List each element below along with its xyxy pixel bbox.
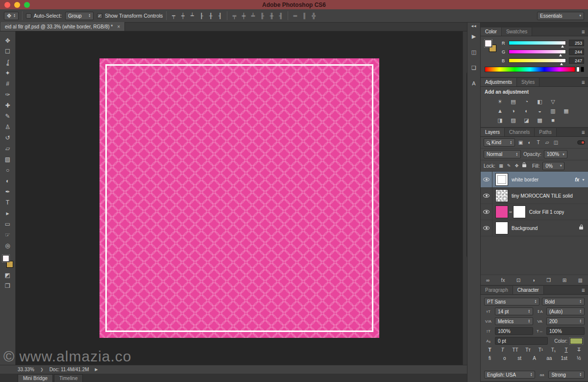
healing-brush-tool-icon[interactable]: ✚ (1, 100, 14, 111)
white-swatch[interactable] (576, 67, 580, 72)
posterize-icon[interactable]: ▨ (509, 116, 518, 124)
brush-tool-icon[interactable]: ✎ (1, 111, 14, 122)
color-balance-icon[interactable]: ◑ (509, 107, 518, 115)
zoom-tool-icon[interactable]: ◎ (1, 240, 14, 251)
workspace-switcher[interactable]: Essentials ▾ (537, 12, 584, 20)
tab-adjustments[interactable]: Adjustments (481, 78, 517, 86)
layer-fx-badge[interactable]: fx (575, 177, 579, 182)
foreground-color-swatch[interactable] (2, 255, 9, 262)
layer-visibility-toggle[interactable] (481, 220, 492, 236)
brightness-contrast-icon[interactable]: ☀ (495, 98, 505, 105)
channel-value[interactable]: 253 (569, 40, 584, 46)
foreground-color-swatch-small[interactable] (485, 40, 492, 47)
tab-paragraph[interactable]: Paragraph (481, 286, 513, 294)
show-transform-checkbox[interactable]: ✓ Show Transform Controls (97, 13, 163, 19)
minimize-window-button[interactable] (14, 2, 20, 8)
mask-link-icon[interactable]: ∞ (509, 210, 512, 214)
layer-visibility-toggle[interactable] (481, 204, 492, 220)
move-tool-icon[interactable]: ✥ (1, 35, 14, 46)
fill-dropdown[interactable]: 0% ▾ (542, 162, 564, 170)
filter-pixel-layers-icon[interactable]: ▣ (517, 139, 524, 146)
lock-pixels-icon[interactable]: ✎ (506, 163, 512, 168)
status-disclosure-icon[interactable]: ❯ (40, 367, 44, 372)
subscript-icon[interactable]: T₁ (549, 347, 558, 353)
black-swatch[interactable] (581, 67, 584, 72)
threshold-icon[interactable]: ◪ (522, 116, 531, 124)
panel-menu-icon[interactable]: ≣ (578, 286, 588, 294)
opacity-dropdown[interactable]: 100% ▾ (544, 150, 567, 158)
rectangle-tool-icon[interactable]: ▭ (1, 219, 14, 229)
color-panel-swatches[interactable] (485, 40, 497, 54)
underline-icon[interactable]: T (562, 347, 570, 353)
panel-menu-icon[interactable]: ≣ (578, 27, 588, 36)
layer-visibility-toggle[interactable] (481, 172, 492, 187)
document-canvas[interactable] (99, 58, 379, 338)
filter-type-layers-icon[interactable]: T (535, 139, 542, 146)
pen-tool-icon[interactable]: ✒ (1, 186, 14, 197)
history-brush-tool-icon[interactable]: ↺ (1, 132, 14, 143)
black-white-icon[interactable]: ◐ (522, 107, 531, 115)
new-layer-icon[interactable]: ⊞ (563, 278, 566, 283)
path-selection-tool-icon[interactable]: ▸ (1, 208, 14, 219)
distribute-top-edges-icon[interactable]: ╤ (231, 13, 238, 19)
font-size-dropdown[interactable]: 14 pt ▲▼ (495, 307, 533, 315)
quick-mask-icon[interactable]: ◩ (1, 270, 14, 280)
curves-icon[interactable]: ◔ (522, 98, 531, 105)
color-spectrum-ramp[interactable] (485, 67, 575, 72)
tracking-dropdown[interactable]: 200 ▲▼ (546, 317, 585, 325)
distribute-horizontal-spacing-icon[interactable]: ╬ (310, 13, 317, 19)
align-bottom-edges-icon[interactable]: ┷ (189, 13, 196, 19)
gradient-map-icon[interactable]: ■ (548, 116, 558, 124)
zoom-level[interactable]: 33.33% (18, 367, 34, 372)
layer-thumbnail[interactable] (495, 189, 508, 202)
layer-row-background[interactable]: Background (481, 220, 588, 236)
clone-source-panel-icon[interactable]: ❏ (469, 64, 479, 72)
lock-all-icon[interactable] (522, 164, 526, 167)
tool-preset-picker[interactable]: ✥ ▲▼ (4, 12, 19, 20)
blur-tool-icon[interactable]: ○ (1, 165, 14, 176)
layer-name[interactable]: Background (512, 226, 538, 231)
auto-select-checkbox[interactable]: Auto-Select: (26, 13, 62, 19)
titling-alternates-icon[interactable]: A (530, 356, 539, 361)
kerning-dropdown[interactable]: Metrics ▲▼ (495, 317, 533, 325)
channel-slider[interactable] (509, 41, 566, 45)
layer-visibility-toggle[interactable] (481, 188, 492, 204)
channel-value[interactable]: 247 (569, 57, 584, 64)
layer-style-icon[interactable]: fx (501, 278, 505, 283)
swash-icon[interactable]: st (515, 356, 524, 361)
font-family-dropdown[interactable]: PT Sans ▲▼ (484, 298, 539, 306)
channel-value[interactable]: 244 (569, 49, 584, 55)
clone-stamp-tool-icon[interactable]: ♙ (1, 122, 14, 132)
new-group-icon[interactable]: ❒ (546, 278, 551, 283)
ordinals-icon[interactable]: o (500, 356, 509, 361)
language-dropdown[interactable]: English: USA ▲▼ (484, 371, 535, 379)
slider-handle-icon[interactable] (560, 63, 563, 65)
align-vertical-centers-icon[interactable]: ┿ (179, 13, 186, 19)
selective-color-icon[interactable]: ▩ (535, 116, 544, 124)
lasso-tool-icon[interactable]: ʆ (1, 57, 14, 68)
channel-slider[interactable] (509, 50, 566, 54)
vertical-scale-input[interactable]: 100% (495, 327, 533, 335)
horizontal-scale-input[interactable]: 100% (546, 327, 585, 335)
filter-kind-dropdown[interactable]: Kind ▲▼ (484, 138, 515, 147)
screen-mode-icon[interactable]: ❐ (1, 280, 14, 291)
fill-layer-thumbnail[interactable] (495, 205, 508, 218)
slider-handle-icon[interactable] (559, 54, 562, 56)
checkbox-checked-icon[interactable]: ✓ (97, 13, 102, 19)
panel-menu-icon[interactable]: ≣ (578, 78, 588, 86)
strikethrough-icon[interactable]: T (575, 347, 583, 353)
faux-italic-icon[interactable]: T (498, 347, 507, 353)
link-layers-icon[interactable]: ∞ (486, 278, 490, 283)
baseline-shift-input[interactable]: 0 pt (495, 337, 548, 345)
distribute-vertical-spacing-icon[interactable]: ║ (301, 13, 308, 19)
eraser-tool-icon[interactable]: ▱ (1, 143, 14, 154)
background-color-swatch[interactable] (6, 261, 13, 268)
tab-paths[interactable]: Paths (535, 128, 557, 136)
vertical-scrollbar[interactable] (463, 31, 467, 365)
checkbox-unchecked-icon[interactable] (26, 13, 31, 19)
scrollbar-thumb[interactable] (466, 72, 467, 258)
layer-row-moroccan-tile[interactable]: tiny MOROCCAN TILE solid (481, 188, 588, 204)
layer-mask-thumbnail[interactable] (513, 205, 526, 218)
stylistic-alternates-icon[interactable]: aa (545, 356, 553, 361)
type-tool-icon[interactable]: T (1, 197, 14, 208)
